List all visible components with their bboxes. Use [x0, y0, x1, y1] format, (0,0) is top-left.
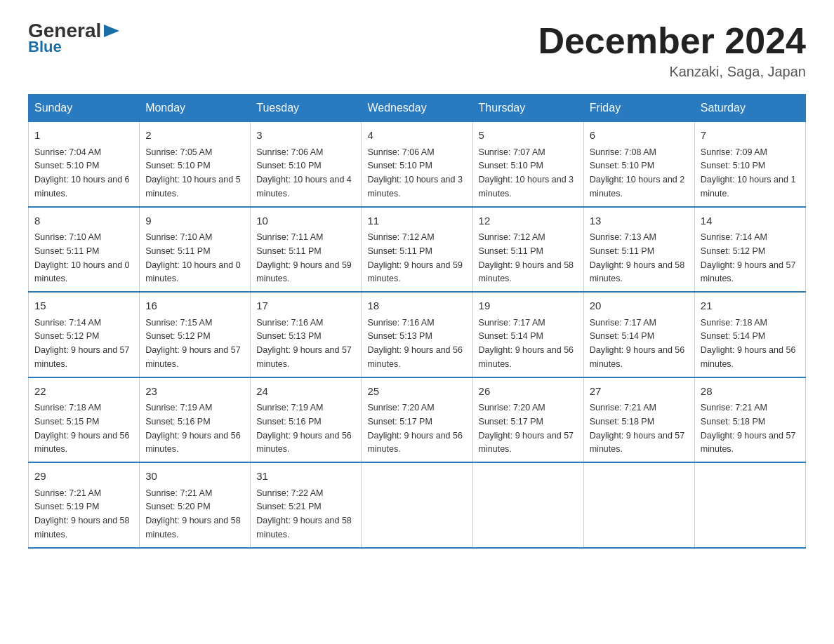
header-sunday: Sunday	[29, 95, 140, 122]
day-number: 9	[145, 213, 244, 229]
day-info: Sunrise: 7:06 AMSunset: 5:10 PMDaylight:…	[367, 147, 463, 199]
day-number: 12	[479, 213, 578, 229]
day-info: Sunrise: 7:14 AMSunset: 5:12 PMDaylight:…	[701, 232, 796, 283]
table-row: 1Sunrise: 7:04 AMSunset: 5:10 PMDaylight…	[29, 122, 140, 207]
day-info: Sunrise: 7:13 AMSunset: 5:11 PMDaylight:…	[590, 232, 685, 283]
day-info: Sunrise: 7:08 AMSunset: 5:10 PMDaylight:…	[590, 147, 685, 199]
day-number: 21	[701, 298, 800, 314]
table-row: 16Sunrise: 7:15 AMSunset: 5:12 PMDayligh…	[140, 292, 251, 377]
logo: General Blue	[28, 21, 119, 56]
day-info: Sunrise: 7:16 AMSunset: 5:13 PMDaylight:…	[367, 318, 463, 369]
day-number: 19	[479, 298, 578, 314]
table-row: 15Sunrise: 7:14 AMSunset: 5:12 PMDayligh…	[29, 292, 140, 377]
day-number: 23	[145, 384, 244, 400]
day-info: Sunrise: 7:12 AMSunset: 5:11 PMDaylight:…	[367, 232, 463, 283]
day-number: 22	[34, 384, 133, 400]
day-info: Sunrise: 7:16 AMSunset: 5:13 PMDaylight:…	[256, 318, 352, 369]
day-number: 10	[256, 213, 355, 229]
day-number: 25	[367, 384, 466, 400]
day-number: 11	[367, 213, 466, 229]
table-row	[583, 462, 694, 548]
day-number: 24	[256, 384, 355, 400]
day-info: Sunrise: 7:17 AMSunset: 5:14 PMDaylight:…	[479, 318, 574, 369]
table-row: 23Sunrise: 7:19 AMSunset: 5:16 PMDayligh…	[140, 377, 251, 463]
day-info: Sunrise: 7:18 AMSunset: 5:15 PMDaylight:…	[34, 403, 130, 454]
header-wednesday: Wednesday	[362, 95, 472, 122]
day-info: Sunrise: 7:10 AMSunset: 5:11 PMDaylight:…	[145, 232, 241, 283]
day-number: 5	[479, 128, 578, 144]
logo-triangle-icon	[104, 25, 119, 37]
table-row: 7Sunrise: 7:09 AMSunset: 5:10 PMDaylight…	[694, 122, 805, 207]
day-info: Sunrise: 7:21 AMSunset: 5:19 PMDaylight:…	[34, 488, 130, 539]
day-info: Sunrise: 7:17 AMSunset: 5:14 PMDaylight:…	[590, 318, 685, 369]
day-number: 7	[701, 128, 800, 144]
day-number: 4	[367, 128, 466, 144]
table-row: 3Sunrise: 7:06 AMSunset: 5:10 PMDaylight…	[251, 122, 362, 207]
title-section: December 2024 Kanzaki, Saga, Japan	[538, 21, 806, 80]
calendar-week-row: 22Sunrise: 7:18 AMSunset: 5:15 PMDayligh…	[29, 377, 806, 463]
table-row: 4Sunrise: 7:06 AMSunset: 5:10 PMDaylight…	[362, 122, 472, 207]
day-info: Sunrise: 7:07 AMSunset: 5:10 PMDaylight:…	[479, 147, 574, 199]
table-row: 10Sunrise: 7:11 AMSunset: 5:11 PMDayligh…	[251, 207, 362, 293]
day-info: Sunrise: 7:20 AMSunset: 5:17 PMDaylight:…	[367, 403, 463, 454]
table-row	[472, 462, 583, 548]
day-number: 27	[590, 384, 689, 400]
calendar-week-row: 29Sunrise: 7:21 AMSunset: 5:19 PMDayligh…	[29, 462, 806, 548]
day-number: 2	[145, 128, 244, 144]
table-row: 26Sunrise: 7:20 AMSunset: 5:17 PMDayligh…	[472, 377, 583, 463]
table-row: 22Sunrise: 7:18 AMSunset: 5:15 PMDayligh…	[29, 377, 140, 463]
day-info: Sunrise: 7:10 AMSunset: 5:11 PMDaylight:…	[34, 232, 130, 283]
table-row: 19Sunrise: 7:17 AMSunset: 5:14 PMDayligh…	[472, 292, 583, 377]
calendar-week-row: 15Sunrise: 7:14 AMSunset: 5:12 PMDayligh…	[29, 292, 806, 377]
table-row: 12Sunrise: 7:12 AMSunset: 5:11 PMDayligh…	[472, 207, 583, 293]
table-row: 31Sunrise: 7:22 AMSunset: 5:21 PMDayligh…	[251, 462, 362, 548]
day-number: 17	[256, 298, 355, 314]
day-info: Sunrise: 7:19 AMSunset: 5:16 PMDaylight:…	[145, 403, 241, 454]
day-info: Sunrise: 7:12 AMSunset: 5:11 PMDaylight:…	[479, 232, 574, 283]
day-number: 8	[34, 213, 133, 229]
table-row: 25Sunrise: 7:20 AMSunset: 5:17 PMDayligh…	[362, 377, 472, 463]
table-row: 27Sunrise: 7:21 AMSunset: 5:18 PMDayligh…	[583, 377, 694, 463]
day-info: Sunrise: 7:09 AMSunset: 5:10 PMDaylight:…	[701, 147, 796, 199]
day-info: Sunrise: 7:11 AMSunset: 5:11 PMDaylight:…	[256, 232, 352, 283]
table-row: 28Sunrise: 7:21 AMSunset: 5:18 PMDayligh…	[694, 377, 805, 463]
table-row: 5Sunrise: 7:07 AMSunset: 5:10 PMDaylight…	[472, 122, 583, 207]
table-row: 20Sunrise: 7:17 AMSunset: 5:14 PMDayligh…	[583, 292, 694, 377]
day-number: 18	[367, 298, 466, 314]
day-info: Sunrise: 7:14 AMSunset: 5:12 PMDaylight:…	[34, 318, 130, 369]
table-row: 13Sunrise: 7:13 AMSunset: 5:11 PMDayligh…	[583, 207, 694, 293]
calendar-table: Sunday Monday Tuesday Wednesday Thursday…	[28, 94, 806, 549]
calendar-week-row: 1Sunrise: 7:04 AMSunset: 5:10 PMDaylight…	[29, 122, 806, 207]
calendar-subtitle: Kanzaki, Saga, Japan	[538, 64, 806, 80]
table-row: 6Sunrise: 7:08 AMSunset: 5:10 PMDaylight…	[583, 122, 694, 207]
day-number: 16	[145, 298, 244, 314]
header-thursday: Thursday	[472, 95, 583, 122]
day-info: Sunrise: 7:05 AMSunset: 5:10 PMDaylight:…	[145, 147, 241, 199]
day-info: Sunrise: 7:21 AMSunset: 5:18 PMDaylight:…	[701, 403, 796, 454]
day-info: Sunrise: 7:15 AMSunset: 5:12 PMDaylight:…	[145, 318, 241, 369]
svg-marker-0	[104, 25, 119, 37]
day-number: 3	[256, 128, 355, 144]
logo-blue-text: Blue	[28, 38, 62, 56]
table-row: 30Sunrise: 7:21 AMSunset: 5:20 PMDayligh…	[140, 462, 251, 548]
header-tuesday: Tuesday	[251, 95, 362, 122]
day-number: 1	[34, 128, 133, 144]
day-info: Sunrise: 7:22 AMSunset: 5:21 PMDaylight:…	[256, 488, 352, 539]
page-header: General Blue December 2024 Kanzaki, Saga…	[28, 21, 806, 80]
table-row: 2Sunrise: 7:05 AMSunset: 5:10 PMDaylight…	[140, 122, 251, 207]
table-row: 18Sunrise: 7:16 AMSunset: 5:13 PMDayligh…	[362, 292, 472, 377]
header-saturday: Saturday	[694, 95, 805, 122]
calendar-header-row: Sunday Monday Tuesday Wednesday Thursday…	[29, 95, 806, 122]
header-friday: Friday	[583, 95, 694, 122]
day-number: 15	[34, 298, 133, 314]
table-row: 24Sunrise: 7:19 AMSunset: 5:16 PMDayligh…	[251, 377, 362, 463]
day-number: 13	[590, 213, 689, 229]
table-row	[694, 462, 805, 548]
calendar-week-row: 8Sunrise: 7:10 AMSunset: 5:11 PMDaylight…	[29, 207, 806, 293]
table-row	[362, 462, 472, 548]
table-row: 11Sunrise: 7:12 AMSunset: 5:11 PMDayligh…	[362, 207, 472, 293]
day-number: 30	[145, 469, 244, 485]
day-info: Sunrise: 7:19 AMSunset: 5:16 PMDaylight:…	[256, 403, 352, 454]
day-number: 28	[701, 384, 800, 400]
day-info: Sunrise: 7:20 AMSunset: 5:17 PMDaylight:…	[479, 403, 574, 454]
